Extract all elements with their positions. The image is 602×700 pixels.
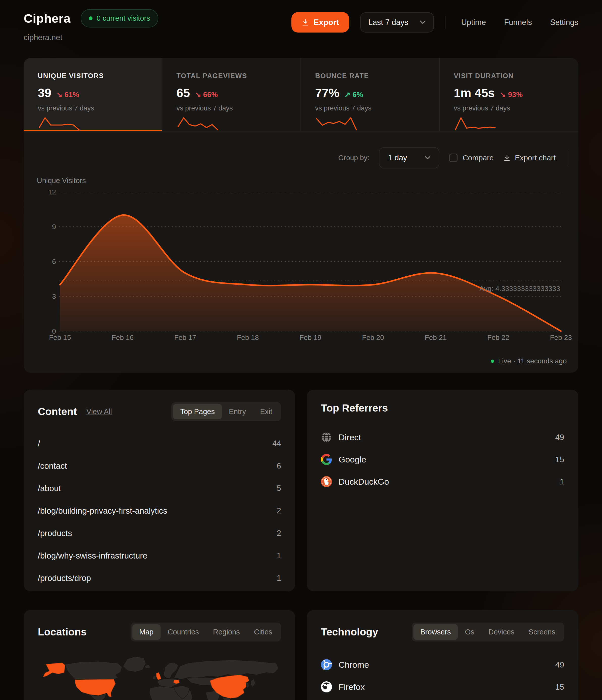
tab-os[interactable]: Os [458,624,481,640]
export-chart-button[interactable]: Export chart [503,154,556,162]
technology-title: Technology [321,626,378,638]
live-dot-icon [491,359,494,363]
map-ireland [153,676,156,680]
map-united-states [75,679,116,697]
current-visitors-label: 0 current visitors [97,14,150,22]
page-path: /blog/building-privacy-first-analytics [38,506,167,516]
page-count: 1 [277,574,281,583]
stat-value: 1m 45s [454,86,495,100]
map-korea [246,683,249,687]
svg-text:12: 12 [48,188,56,196]
svg-text:Feb 22: Feb 22 [487,333,509,341]
page-count: 2 [277,529,281,538]
tab-top-pages[interactable]: Top Pages [173,404,222,419]
locations-panel: Locations Map Countries Regions Cities [24,610,295,700]
nav-settings[interactable]: Settings [550,18,578,27]
stat-compare-label: vs previous 7 days [454,104,564,112]
referrer-row[interactable]: Google 15 [321,448,564,471]
svg-text:9: 9 [52,223,56,231]
brand-block: Ciphera 0 current visitors ciphera.net [24,9,158,42]
svg-text:Feb 21: Feb 21 [425,333,447,341]
stat-compare-label: vs previous 7 days [315,104,425,112]
page-count: 2 [277,506,281,516]
dashboard-page: Ciphera 0 current visitors ciphera.net E… [0,0,602,700]
group-by-value: 1 day [388,153,407,162]
page-row[interactable]: / 44 [38,432,281,455]
export-button-label: Export [313,18,339,27]
page-count: 1 [277,551,281,560]
stat-visit-duration[interactable]: VISIT DURATION 1m 45s ↘ 93% vs previous … [440,58,578,132]
export-chart-label: Export chart [515,154,556,162]
tab-regions[interactable]: Regions [206,624,247,640]
page-path: /products [38,528,72,538]
page-row[interactable]: /contact 6 [38,455,281,477]
svg-text:Unique Visitors: Unique Visitors [37,176,86,184]
date-range-label: Last 7 days [368,18,408,27]
browser-row-partial[interactable] [321,698,564,700]
map-greenland [123,656,146,672]
page-count: 44 [273,439,281,448]
page-path: /products/drop [38,573,91,583]
chart-controls: Group by: 1 day Compare Export chart [24,132,578,169]
page-row[interactable]: /about 5 [38,477,281,500]
page-row[interactable]: /blog/why-swiss-infrastructure 1 [38,544,281,567]
controls-divider [567,150,567,166]
stat-total-pageviews[interactable]: TOTAL PAGEVIEWS 65 ↘ 66% vs previous 7 d… [162,58,301,132]
live-status-label: Live · 11 seconds ago [498,357,567,365]
tab-screens[interactable]: Screens [522,624,562,640]
referrer-row[interactable]: Direct 49 [321,426,564,448]
world-map [38,652,281,700]
referrer-name: Google [338,455,366,465]
browser-count: 49 [555,660,564,670]
page-count: 6 [277,461,281,471]
compare-label: Compare [462,154,494,162]
view-all-link[interactable]: View All [86,407,112,416]
group-by-dropdown[interactable]: 1 day [379,147,440,169]
content-panel: Content View All Top Pages Entry Exit / … [24,390,295,591]
unique-visitors-chart[interactable]: 036912Feb 15Feb 16Feb 17Feb 18Feb 19Feb … [24,175,578,341]
stat-unique-visitors[interactable]: UNIQUE VISITORS 39 ↘ 61% vs previous 7 d… [24,58,162,132]
stat-change: ↘ 93% [500,90,523,99]
browser-row[interactable]: Firefox 15 [321,676,564,698]
stat-label: VISIT DURATION [454,72,564,80]
stats-row: UNIQUE VISITORS 39 ↘ 61% vs previous 7 d… [24,58,578,132]
referrer-name: DuckDuckGo [338,477,389,487]
page-row[interactable]: /products/drop 1 [38,567,281,589]
sparkline-chart [315,116,358,132]
nav-uptime[interactable]: Uptime [461,18,486,27]
tab-countries[interactable]: Countries [160,624,206,640]
page-row[interactable]: /blog/building-privacy-first-analytics 2 [38,500,281,522]
referrers-title: Top Referrers [321,402,388,414]
stat-change: ↘ 66% [195,90,218,99]
page-row[interactable]: /products 2 [38,522,281,544]
browser-name: Firefox [338,682,365,692]
svg-text:3: 3 [52,293,56,300]
map-iceland [145,665,150,669]
referrers-panel: Top Referrers Direct 49 [307,390,578,591]
compare-checkbox [449,154,457,162]
browser-row[interactable]: Chrome 49 [321,654,564,676]
referrer-count: 1 [560,477,564,486]
map-japan [250,679,255,687]
svg-text:Feb 15: Feb 15 [49,333,71,341]
compare-toggle[interactable]: Compare [449,154,494,162]
tab-devices[interactable]: Devices [481,624,521,640]
browser-count: 15 [555,682,564,692]
referrers-list: Direct 49 Google 15 [321,426,564,493]
tab-cities[interactable]: Cities [247,624,279,640]
locations-tabs: Map Countries Regions Cities [131,623,281,642]
download-icon [503,154,511,161]
stat-compare-label: vs previous 7 days [176,104,286,112]
referrer-row[interactable]: DuckDuckGo 1 [321,471,564,493]
svg-text:Feb 19: Feb 19 [300,333,321,341]
tab-map[interactable]: Map [132,624,160,640]
tab-entry[interactable]: Entry [222,404,253,419]
stat-bounce-rate[interactable]: BOUNCE RATE 77% ↗ 6% vs previous 7 days [301,58,440,132]
date-range-dropdown[interactable]: Last 7 days [360,12,434,32]
nav-funnels[interactable]: Funnels [504,18,532,27]
site-domain: ciphera.net [24,33,158,42]
tab-browsers[interactable]: Browsers [413,624,458,640]
content-tabs: Top Pages Entry Exit [171,402,281,421]
export-button[interactable]: Export [292,12,349,32]
tab-exit[interactable]: Exit [253,404,279,419]
